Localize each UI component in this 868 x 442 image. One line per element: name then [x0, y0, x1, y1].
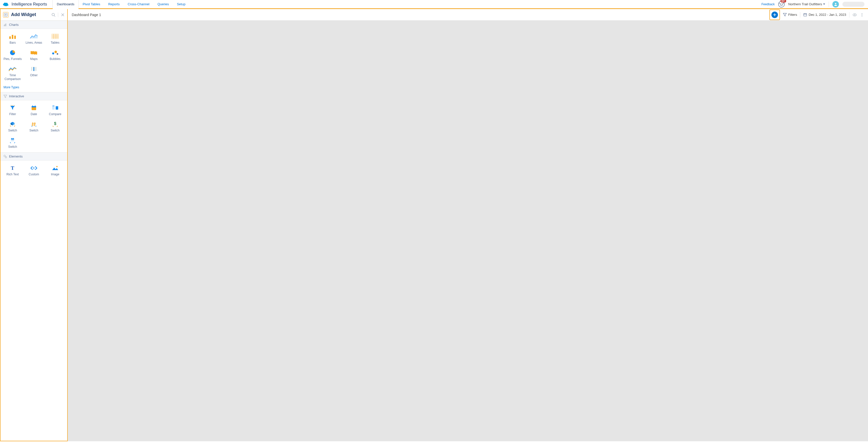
- widget-compare[interactable]: Compare: [44, 103, 66, 118]
- widget-time-comparison[interactable]: Time Comparison: [2, 64, 23, 83]
- filter-icon: [783, 13, 787, 17]
- widget-filter[interactable]: Filter: [2, 103, 23, 118]
- eye-icon[interactable]: [852, 12, 857, 17]
- widget-switch-1[interactable]: Switch: [2, 119, 23, 134]
- svg-point-11: [52, 53, 54, 55]
- widget-date[interactable]: Date: [23, 103, 45, 118]
- widget-switch-3[interactable]: $ Switch: [44, 119, 66, 134]
- svg-rect-37: [804, 13, 807, 16]
- pie-chart-icon: [9, 50, 16, 56]
- page-title: Dashboard Page 1: [72, 13, 769, 17]
- svg-point-13: [57, 53, 58, 55]
- widget-image[interactable]: Image: [44, 163, 66, 178]
- more-icon[interactable]: [860, 13, 864, 17]
- text-icon: T: [10, 165, 15, 171]
- widget-maps[interactable]: Maps: [23, 48, 45, 63]
- dashboard-canvas[interactable]: [68, 21, 868, 441]
- charts-grid: Bars Lines, Areas Tables Pies, Funnels M…: [0, 29, 67, 85]
- other-chart-icon: [30, 66, 37, 71]
- shapes-icon: [3, 155, 7, 158]
- add-page-highlight: [769, 9, 780, 20]
- notifications-button[interactable]: 99+: [778, 1, 785, 7]
- date-switch-icon: [9, 138, 16, 143]
- filter-icon: [3, 95, 7, 98]
- svg-rect-26: [57, 105, 58, 106]
- widget-switch-4[interactable]: Switch: [2, 135, 23, 151]
- elements-grid: T Rich Text C Custom Image: [0, 161, 67, 180]
- canvas-area: Dashboard Page 1 Filters Dec 1, 2022 - J…: [68, 9, 868, 441]
- tab-reports[interactable]: Reports: [104, 0, 124, 8]
- section-elements[interactable]: Elements: [0, 152, 67, 161]
- svg-point-12: [55, 51, 57, 53]
- widget-tables[interactable]: Tables: [44, 31, 66, 46]
- image-icon: [52, 165, 58, 170]
- salesforce-cloud-icon: [2, 2, 8, 6]
- search-icon[interactable]: [52, 13, 56, 17]
- svg-point-40: [862, 14, 863, 15]
- app-title: Intelligence Reports: [11, 2, 47, 6]
- feedback-link[interactable]: Feedback: [762, 2, 775, 6]
- more-types-link[interactable]: More Types: [0, 85, 67, 92]
- svg-rect-19: [32, 105, 33, 106]
- filter-widget-icon: [10, 105, 15, 110]
- user-avatar[interactable]: [832, 1, 839, 7]
- widget-lines-areas[interactable]: Lines, Areas: [23, 31, 45, 46]
- tab-dashboards[interactable]: Dashboards: [53, 0, 79, 8]
- nav-tabs: Dashboards Pivot Tables Reports Cross-Ch…: [53, 0, 758, 8]
- svg-rect-21: [52, 106, 55, 109]
- svg-point-1: [780, 3, 781, 4]
- widget-custom[interactable]: C Custom: [23, 163, 45, 178]
- svg-rect-29: [11, 138, 14, 139]
- tab-queries[interactable]: Queries: [154, 0, 173, 8]
- app-brand: Intelligence Reports: [1, 2, 50, 6]
- filters-button[interactable]: Filters: [783, 13, 797, 17]
- svg-text:T: T: [11, 165, 14, 171]
- section-interactive[interactable]: Interactive: [0, 92, 67, 100]
- svg-rect-23: [53, 105, 53, 106]
- org-switcher[interactable]: Northern Trail Outfitters: [788, 2, 825, 6]
- svg-rect-6: [9, 36, 11, 39]
- svg-rect-25: [56, 105, 57, 106]
- dollar-switch-icon: $: [52, 121, 58, 127]
- widget-rich-text[interactable]: T Rich Text: [2, 163, 23, 178]
- svg-rect-33: [5, 157, 6, 158]
- calendar-icon: [803, 13, 807, 17]
- close-icon[interactable]: [61, 13, 65, 17]
- notification-badge: 99+: [780, 0, 786, 2]
- code-icon: C: [30, 166, 37, 170]
- chevron-down-icon: [823, 3, 825, 5]
- svg-rect-18: [32, 106, 36, 107]
- svg-text:C: C: [33, 166, 35, 169]
- compare-icon: [52, 105, 58, 110]
- hash-switch-icon: [31, 121, 37, 127]
- map-icon: [30, 50, 38, 55]
- tab-setup[interactable]: Setup: [173, 0, 189, 8]
- svg-point-41: [862, 15, 863, 16]
- widget-pies-funnels[interactable]: Pies, Funnels: [2, 48, 23, 63]
- widget-bars[interactable]: Bars: [2, 31, 23, 46]
- table-icon: [52, 34, 59, 39]
- widget-bubbles[interactable]: Bubbles: [44, 48, 66, 63]
- date-range-button[interactable]: Dec 1, 2022 - Jan 1, 2023: [803, 13, 846, 17]
- time-compare-icon: [9, 66, 16, 71]
- user-name-pill[interactable]: [842, 2, 865, 7]
- svg-rect-24: [54, 105, 54, 106]
- cube-switch-icon: [9, 121, 16, 127]
- widget-switch-2[interactable]: Switch: [23, 119, 45, 134]
- tab-cross-channel[interactable]: Cross-Channel: [124, 0, 154, 8]
- svg-rect-7: [12, 35, 13, 39]
- svg-rect-8: [14, 36, 16, 39]
- svg-rect-22: [56, 106, 58, 109]
- widget-other[interactable]: Other: [23, 64, 45, 83]
- canvas-toolbar: Dashboard Page 1 Filters Dec 1, 2022 - J…: [68, 9, 868, 21]
- add-page-button[interactable]: [771, 11, 778, 18]
- svg-point-2: [782, 3, 783, 4]
- svg-rect-31: [13, 138, 13, 139]
- section-charts[interactable]: Charts: [0, 21, 67, 29]
- tab-pivot-tables[interactable]: Pivot Tables: [79, 0, 104, 8]
- svg-rect-30: [11, 138, 12, 139]
- top-nav: Intelligence Reports Dashboards Pivot Ta…: [0, 0, 868, 9]
- svg-rect-20: [35, 105, 35, 106]
- svg-point-3: [835, 3, 836, 4]
- plus-icon: [773, 13, 776, 17]
